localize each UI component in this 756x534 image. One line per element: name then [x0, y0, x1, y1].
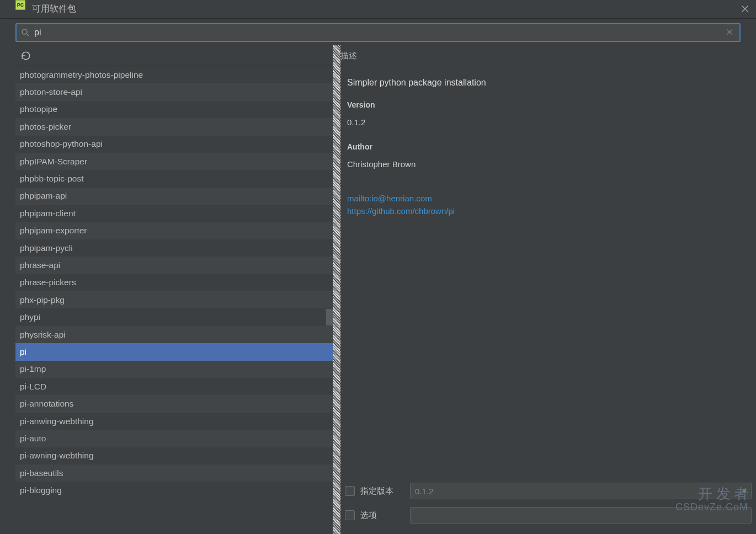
options-row: 选项 — [345, 503, 752, 527]
package-item[interactable]: photos-picker — [15, 118, 333, 135]
author-value: Christopher Brown — [347, 158, 749, 171]
package-list[interactable]: photogrammetry-photos-pipelinephoton-sto… — [15, 66, 333, 534]
version-value: 0.1.2 — [347, 116, 749, 129]
titlebar: PC 可用软件包 — [0, 0, 756, 19]
version-select-value: 0.1.2 — [415, 487, 433, 496]
svg-point-0 — [22, 29, 27, 34]
scrollbar-thumb[interactable] — [326, 309, 333, 325]
window-title: 可用软件包 — [32, 3, 76, 15]
package-item[interactable]: phpbb-topic-post — [15, 170, 333, 187]
package-item[interactable]: phypi — [15, 308, 333, 325]
homepage-link[interactable]: https://github.com/chbrown/pi — [347, 205, 749, 218]
package-item[interactable]: physrisk-api — [15, 326, 333, 343]
chevron-down-icon: ▾ — [742, 486, 747, 496]
description-header: 描述 — [340, 45, 756, 66]
package-item[interactable]: pi-LCD — [15, 378, 333, 395]
main-area: photogrammetry-photos-pipelinephoton-sto… — [15, 45, 756, 534]
package-item[interactable]: photon-store-api — [15, 83, 333, 100]
package-item[interactable]: pi-awning-webthing — [15, 447, 333, 464]
refresh-icon[interactable] — [21, 51, 31, 61]
close-icon[interactable] — [738, 2, 752, 15]
package-item[interactable]: pi-baseutils — [15, 464, 333, 482]
package-item[interactable]: pi-annotations — [15, 395, 333, 412]
specify-version-checkbox[interactable] — [345, 486, 355, 496]
package-item[interactable]: phpipam-client — [15, 205, 333, 222]
package-item[interactable]: phpipam-api — [15, 188, 333, 205]
bottom-controls: 指定版本 0.1.2 ▾ 选项 — [340, 479, 756, 527]
package-item[interactable]: phx-pip-pkg — [15, 291, 333, 308]
description-panel: 描述 Simpler python package installation V… — [340, 45, 756, 534]
author-label: Author — [347, 141, 749, 153]
options-input[interactable] — [410, 507, 752, 524]
package-summary: Simpler python package installation — [347, 76, 749, 89]
package-item[interactable]: photogrammetry-photos-pipeline — [15, 66, 333, 83]
specify-version-row: 指定版本 0.1.2 ▾ — [345, 479, 752, 503]
description-header-label: 描述 — [340, 51, 357, 61]
package-item[interactable]: phpIPAM-Scraper — [15, 153, 333, 170]
toolbar — [15, 45, 333, 66]
clear-icon[interactable] — [726, 28, 735, 37]
description-body: Simpler python package installation Vers… — [340, 66, 756, 227]
package-item[interactable]: photoshop-python-api — [15, 136, 333, 153]
package-item[interactable]: pi-blogging — [15, 482, 333, 499]
search-icon — [21, 28, 30, 37]
version-label: Version — [347, 99, 749, 111]
search-input[interactable] — [34, 28, 726, 38]
package-item[interactable]: phpipam-pycli — [15, 239, 333, 257]
options-label: 选项 — [360, 510, 410, 521]
package-item[interactable]: phrase-api — [15, 257, 333, 274]
package-item[interactable]: photopipe — [15, 101, 333, 118]
mailto-link[interactable]: mailto:io@henrian.com — [347, 193, 749, 205]
package-item[interactable]: phpipam-exporter — [15, 222, 333, 239]
divider — [361, 56, 755, 56]
package-list-panel: photogrammetry-photos-pipelinephoton-sto… — [15, 45, 333, 534]
package-item[interactable]: pi-1mp — [15, 361, 333, 378]
search-field[interactable] — [15, 23, 741, 42]
package-item[interactable]: pi-auto — [15, 430, 333, 447]
package-item[interactable]: pi — [15, 343, 333, 360]
package-item[interactable]: pi-anwing-webthing — [15, 413, 333, 430]
app-icon: PC — [15, 0, 25, 10]
package-item[interactable]: phrase-pickers — [15, 274, 333, 291]
splitter[interactable] — [333, 45, 340, 534]
version-select[interactable]: 0.1.2 ▾ — [410, 483, 752, 499]
options-checkbox[interactable] — [345, 510, 355, 520]
specify-version-label: 指定版本 — [360, 486, 410, 496]
